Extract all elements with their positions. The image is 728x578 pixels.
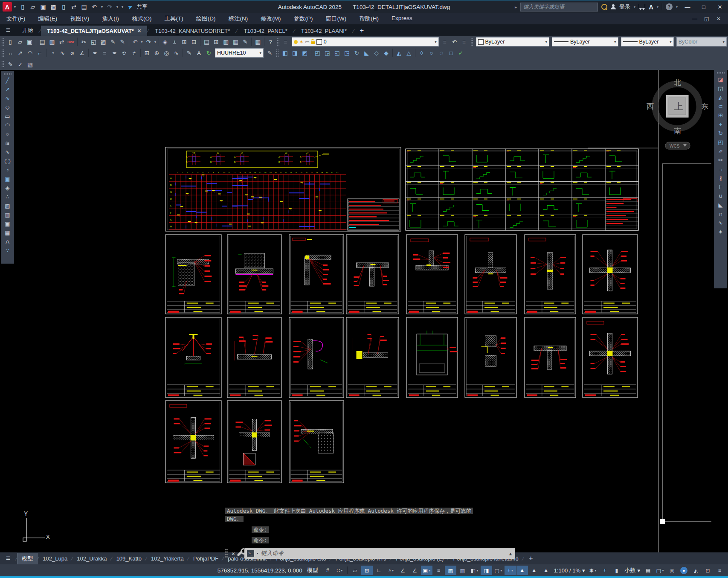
copy-icon[interactable]: ◱ bbox=[716, 84, 726, 93]
spline-icon[interactable]: ∿ bbox=[3, 148, 13, 157]
layer-combo[interactable]: ✶▭0▾ bbox=[292, 37, 439, 46]
move-icon[interactable]: + bbox=[716, 120, 726, 129]
caret-down-icon[interactable]: ▾ bbox=[392, 569, 394, 572]
plot-icon[interactable]: ⇄ bbox=[69, 2, 78, 12]
stretch-icon[interactable]: ⇗ bbox=[716, 147, 726, 156]
selection-filter-toggle[interactable]: ▢▾ bbox=[493, 566, 504, 575]
help-caret-icon[interactable]: ▾ bbox=[676, 5, 678, 9]
dim-aligned-icon[interactable]: ↗ bbox=[15, 48, 25, 58]
menu-item-9[interactable]: 修改(M) bbox=[254, 15, 287, 23]
cut-icon[interactable]: ✂ bbox=[79, 37, 89, 46]
tab-start[interactable]: 开始 bbox=[16, 24, 39, 36]
settings-toggle[interactable]: ✱▾ bbox=[587, 566, 598, 575]
hatch-icon[interactable]: ▨ bbox=[3, 201, 13, 210]
menu-item-2[interactable]: 编辑(E) bbox=[32, 15, 64, 23]
color-combo[interactable]: ByLayer▾ bbox=[476, 37, 549, 46]
lweight-combo[interactable]: ByLayer▾ bbox=[621, 37, 674, 46]
file-tab-2[interactable]: T103-42_KANNATUSORRET* bbox=[149, 26, 236, 36]
array-icon[interactable]: ⊞ bbox=[716, 111, 726, 120]
graphics-performance-toggle[interactable]: ◭ bbox=[690, 566, 702, 575]
combo-caret-icon[interactable]: ▾ bbox=[723, 40, 725, 44]
command-caret-icon[interactable]: ▾ bbox=[256, 551, 258, 555]
color-faces-icon[interactable]: ◆ bbox=[381, 48, 391, 58]
units-ruler-toggle[interactable]: ▮ bbox=[611, 566, 622, 575]
snap-toggle[interactable]: ∷▾ bbox=[334, 566, 345, 575]
mtext-icon[interactable]: A bbox=[3, 237, 13, 246]
wrench-icon[interactable] bbox=[237, 550, 243, 556]
open-icon[interactable]: ▱ bbox=[28, 2, 38, 12]
jog-line-icon[interactable]: ∿ bbox=[171, 48, 181, 58]
toolbar-grip[interactable] bbox=[1, 38, 4, 46]
toolbar-grip[interactable] bbox=[3, 73, 12, 75]
toolbar-grip[interactable] bbox=[470, 38, 473, 46]
clean-screen-toggle[interactable]: ● bbox=[678, 566, 690, 575]
copy-edges-icon[interactable]: ◭ bbox=[394, 48, 404, 58]
arc-icon[interactable]: ◠ bbox=[3, 121, 13, 130]
combo-caret-icon[interactable]: ▾ bbox=[614, 40, 616, 44]
menu-item-3[interactable]: 视图(V) bbox=[64, 15, 96, 23]
layer-previous-icon[interactable]: ↶ bbox=[450, 37, 459, 46]
blend-icon[interactable]: ∿ bbox=[716, 218, 726, 227]
user-icon[interactable] bbox=[611, 4, 616, 9]
redo-icon[interactable]: ↷ bbox=[144, 37, 154, 46]
markup-icon[interactable]: ✎ bbox=[241, 37, 250, 46]
share-label[interactable]: 共享 bbox=[136, 3, 148, 11]
save-icon[interactable]: ▣ bbox=[25, 37, 35, 46]
annotation-scale-toggle[interactable]: ▲ bbox=[540, 566, 552, 575]
break-at-point-icon[interactable]: ⊦ bbox=[716, 183, 726, 192]
doc-restore-button[interactable]: ◱ bbox=[701, 16, 713, 22]
toolbar-grip[interactable] bbox=[1, 49, 4, 57]
doc-close-button[interactable]: ✕ bbox=[713, 16, 725, 22]
layout-tab-4[interactable]: 102_Yläkerta bbox=[147, 554, 188, 563]
combo-caret-icon[interactable]: ▾ bbox=[670, 40, 672, 44]
new-tab-button[interactable]: + bbox=[354, 25, 369, 36]
combo-caret-icon[interactable]: ▾ bbox=[259, 51, 261, 55]
layers-icon[interactable]: ≡ bbox=[281, 37, 290, 46]
dim-style-icon[interactable]: ✎ bbox=[265, 48, 275, 58]
quick-properties-toggle[interactable]: ▤ bbox=[642, 566, 654, 575]
autodesk-logo-icon[interactable]: A bbox=[649, 3, 653, 11]
dim-combo[interactable]: HUURRE10▾ bbox=[215, 48, 264, 58]
chamfer-icon[interactable]: ◣ bbox=[716, 200, 726, 209]
caret-down-icon[interactable]: ▾ bbox=[595, 569, 596, 572]
close-tab-icon[interactable]: ✕ bbox=[137, 28, 141, 34]
dim-jogged-icon[interactable]: ∿ bbox=[58, 48, 67, 58]
dim-ordinate-icon[interactable]: ⌐ bbox=[35, 48, 45, 58]
lock-ui-toggle[interactable]: ▢▾ bbox=[654, 566, 666, 575]
caret-down-icon[interactable]: ▾ bbox=[115, 2, 119, 12]
caret-down-icon[interactable]: ▾ bbox=[476, 569, 478, 572]
polygon-icon[interactable]: ◇ bbox=[3, 103, 13, 112]
caret-down-icon[interactable]: ▾ bbox=[429, 569, 430, 572]
trim-icon[interactable]: ✂ bbox=[716, 156, 726, 165]
zoom-realtime-icon[interactable]: ± bbox=[170, 37, 180, 46]
tab-model[interactable]: 模型 bbox=[17, 553, 38, 564]
new-layout-button[interactable]: + bbox=[524, 553, 538, 564]
zoom-previous-icon[interactable]: ⊟ bbox=[189, 37, 199, 46]
help-icon[interactable]: ? bbox=[666, 3, 673, 10]
osnap-toggle[interactable]: ▣▾ bbox=[421, 566, 432, 575]
dim-diameter-icon[interactable]: ⌀ bbox=[67, 48, 77, 58]
taper-faces-icon[interactable]: ◣ bbox=[362, 48, 371, 58]
selection-cycling-toggle[interactable]: ▥ bbox=[457, 566, 468, 575]
close-button[interactable]: ✕ bbox=[713, 2, 726, 12]
check-icon[interactable]: ✓ bbox=[456, 48, 466, 58]
copy-faces-icon[interactable]: ◇ bbox=[371, 48, 381, 58]
undo-icon[interactable]: ↶ bbox=[90, 2, 99, 12]
file-tab-4[interactable]: T103-42_PLAANI* bbox=[295, 26, 353, 36]
subtract-icon[interactable]: ◨ bbox=[290, 48, 300, 58]
erase-icon[interactable]: ◪ bbox=[716, 75, 726, 84]
dim-space-icon[interactable]: ≎ bbox=[119, 48, 129, 58]
rectangle-icon[interactable]: ▭ bbox=[3, 112, 13, 121]
scale-icon[interactable]: ◰ bbox=[716, 138, 726, 147]
layout-tab-2[interactable]: 102_Urakka bbox=[73, 554, 111, 563]
search-expand-icon[interactable]: ▸ bbox=[515, 5, 517, 9]
redo-icon[interactable]: ↷ bbox=[105, 2, 114, 12]
file-tab-1[interactable]: T103-42_DETALJITjaOSAKUVAT*✕ bbox=[41, 26, 147, 36]
make-block-icon[interactable]: ◈ bbox=[3, 183, 13, 192]
transparency-toggle[interactable]: ▨ bbox=[445, 566, 456, 575]
caret-down-icon[interactable]: ▾ bbox=[662, 569, 664, 572]
login-button[interactable]: 登录 bbox=[619, 3, 630, 11]
dim-radius-icon[interactable]: ◔ bbox=[48, 48, 58, 58]
tray-plus-toggle[interactable]: + bbox=[599, 566, 610, 575]
offset-icon[interactable]: ⊂ bbox=[716, 102, 726, 111]
